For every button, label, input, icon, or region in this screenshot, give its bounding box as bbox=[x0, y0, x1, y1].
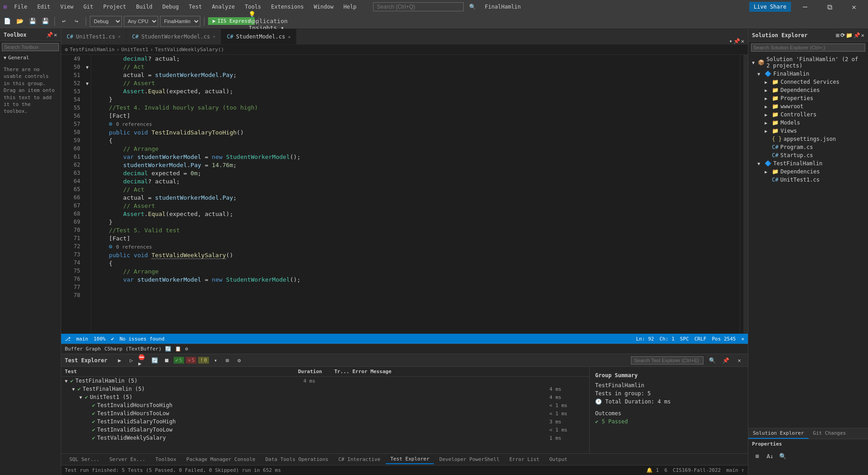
test-row-3[interactable]: ✔ TestInvalidHoursTooHigh < 1 ms bbox=[61, 401, 589, 409]
solution-explorer-icons[interactable]: ⊞ ⟳ 📁 📌 ✕ bbox=[836, 32, 864, 38]
code-editor[interactable]: 4950515253 5455565758 5960616263 6465666… bbox=[61, 55, 748, 334]
menu-file[interactable]: File bbox=[12, 3, 29, 11]
menu-help[interactable]: Help bbox=[342, 3, 359, 11]
test-row-5[interactable]: ✔ TestInvalidSalaryTooHigh 3 ms bbox=[61, 417, 589, 426]
close-button[interactable]: ✕ bbox=[844, 0, 864, 14]
tree-item-wwwroot[interactable]: ▶ 📁 wwwroot bbox=[748, 102, 868, 110]
test-row-2[interactable]: ▼ ✔ UnitTest1 (5) 4 ms bbox=[61, 393, 589, 401]
test-row-0[interactable]: ▼ ✔ TestFinalHamlin (5) 4 ms bbox=[61, 377, 589, 385]
sol-exp-icon4[interactable]: 📌 bbox=[853, 32, 860, 38]
project-dropdown[interactable]: FinalHamlin bbox=[160, 16, 200, 27]
menu-git[interactable]: Git bbox=[82, 3, 95, 11]
tree-item-startup[interactable]: C# Startup.cs bbox=[748, 151, 868, 159]
tree-item-unittest1[interactable]: C# UnitTest1.cs bbox=[748, 176, 868, 184]
menu-test[interactable]: Test bbox=[187, 3, 204, 11]
tree-item-views[interactable]: ▶ 📁 Views bbox=[748, 127, 868, 135]
tab-close-unittest1[interactable]: ✕ bbox=[118, 34, 121, 39]
test-tree[interactable]: Test Duration Tr... Error Message ▼ ✔ Te… bbox=[61, 367, 589, 453]
undo-btn[interactable]: ↩ bbox=[58, 16, 69, 27]
tree-item-testproject[interactable]: ▼ 🔷 TestFinalHamlin bbox=[748, 159, 868, 168]
test-explorer-pin[interactable]: 📌 bbox=[721, 355, 731, 365]
buffer-graph-icon2[interactable]: 📋 bbox=[175, 346, 181, 352]
toolbox-close-icon[interactable]: ✕ bbox=[54, 32, 57, 38]
test-row-7[interactable]: ✔ TestValidWeeklySalary 1 ms bbox=[61, 434, 589, 442]
cpu-dropdown[interactable]: Any CPU bbox=[124, 16, 158, 27]
tree-item-program[interactable]: C# Program.cs bbox=[748, 143, 868, 151]
test-settings-btn[interactable]: ⚙ bbox=[234, 355, 244, 365]
menu-tools[interactable]: Tools bbox=[243, 3, 263, 11]
sol-exp-close[interactable]: ✕ bbox=[861, 32, 864, 38]
test-group-btn[interactable]: ⊞ bbox=[223, 355, 233, 365]
crlf-indicator[interactable]: CRLF bbox=[694, 336, 707, 342]
toolbox-header-icons[interactable]: 📌 ✕ bbox=[46, 32, 57, 38]
sol-exp-icon2[interactable]: ⟳ bbox=[840, 32, 845, 38]
footer-tab-solution-explorer[interactable]: Solution Explorer bbox=[748, 428, 809, 439]
tree-item-connected-services[interactable]: ▶ 📁 Connected Services bbox=[748, 78, 868, 86]
title-bar-search[interactable] bbox=[373, 2, 464, 11]
expand-2[interactable]: ▼ bbox=[79, 395, 85, 400]
refresh-tests-btn[interactable]: 🔄 bbox=[150, 355, 160, 365]
tab-output[interactable]: Output bbox=[545, 455, 572, 464]
zoom-level[interactable]: 100% bbox=[94, 336, 106, 342]
redo-btn[interactable]: ↪ bbox=[71, 16, 82, 27]
menu-view[interactable]: View bbox=[58, 3, 75, 11]
buffer-graph-icon3[interactable]: ⚙ bbox=[185, 346, 188, 352]
window-controls[interactable]: ─ ⧉ ✕ bbox=[795, 0, 864, 14]
live-share-button[interactable]: Live Share bbox=[749, 2, 791, 12]
run-selected-tests-btn[interactable]: ▷ bbox=[126, 355, 136, 365]
tab-unittest1[interactable]: C# UnitTest1.cs ✕ bbox=[61, 29, 126, 44]
tab-close-sm[interactable]: ✕ bbox=[288, 34, 291, 39]
properties-icon2[interactable]: A↓ bbox=[765, 451, 776, 461]
tab-toolbox[interactable]: Toolbox bbox=[151, 455, 181, 464]
toolbox-general-section[interactable]: ▼ General bbox=[0, 53, 61, 62]
solution-tree[interactable]: ▼ 📦 Solution 'FinalHamlin' (2 of 2 proje… bbox=[748, 53, 868, 428]
pos-close-icon[interactable]: ✕ bbox=[741, 336, 744, 342]
run-all-tests-btn[interactable]: ▶ bbox=[115, 355, 125, 365]
expand-1[interactable]: ▼ bbox=[72, 387, 78, 392]
menu-analyze[interactable]: Analyze bbox=[210, 3, 237, 11]
test-row-6[interactable]: ✔ TestInvalidSalaryTooLow < 1 ms bbox=[61, 426, 589, 434]
restore-button[interactable]: ⧉ bbox=[819, 0, 840, 14]
tab-close-swm[interactable]: ✕ bbox=[213, 34, 215, 39]
tree-item-solution[interactable]: ▼ 📦 Solution 'FinalHamlin' (2 of 2 proje… bbox=[748, 55, 868, 70]
save-all-btn[interactable]: 💾 bbox=[40, 16, 51, 27]
tab-server-explorer[interactable]: Server Ex... bbox=[105, 455, 150, 464]
tab-studentmodel[interactable]: C# StudentModel.cs ✕ bbox=[221, 29, 296, 44]
tab-data-tools[interactable]: Data Tools Operations bbox=[261, 455, 333, 464]
sol-exp-icon1[interactable]: ⊞ bbox=[836, 32, 839, 38]
cancel-tests-btn[interactable]: ⏹ bbox=[162, 355, 172, 365]
tree-item-finalhamlin[interactable]: ▼ 🔷 FinalHamlin bbox=[748, 70, 868, 78]
tab-pin-icon[interactable]: 📌 bbox=[733, 38, 740, 44]
tree-item-dependencies[interactable]: ▶ 📁 Dependencies bbox=[748, 86, 868, 94]
open-btn[interactable]: 📂 bbox=[15, 16, 25, 27]
menu-extensions[interactable]: Extensions bbox=[269, 3, 305, 11]
expand-0[interactable]: ▼ bbox=[65, 379, 70, 384]
build-config-dropdown[interactable]: Debug Release bbox=[90, 16, 122, 27]
scrollbar-vertical[interactable] bbox=[743, 55, 748, 334]
tab-dev-powershell[interactable]: Developer PowerShell bbox=[435, 455, 504, 464]
menu-project[interactable]: Project bbox=[102, 3, 128, 11]
menu-build[interactable]: Build bbox=[134, 3, 154, 11]
tab-studentworkermodel[interactable]: C# StudentWorkerModel.cs ✕ bbox=[126, 29, 221, 44]
debug-tests-btn[interactable]: ⛔▶ bbox=[138, 355, 148, 365]
fold-arrow-75[interactable]: ▼ bbox=[84, 79, 91, 87]
run-button[interactable]: ▶ IIS Express bbox=[208, 17, 255, 25]
buffer-graph-icon1[interactable]: 🔄 bbox=[165, 346, 171, 352]
test-search-input[interactable] bbox=[631, 356, 703, 365]
fold-arrow-58[interactable]: ▼ bbox=[84, 63, 91, 71]
code-content[interactable]: decimal? actual; // Act actual = student… bbox=[91, 55, 740, 334]
properties-icon3[interactable]: 🔍 bbox=[777, 451, 788, 461]
application-insights-btn[interactable]: 💡 Application Insights ▾ bbox=[262, 16, 273, 27]
tab-csharp-interactive[interactable]: C# Interactive bbox=[334, 455, 385, 464]
tab-sql-server[interactable]: SQL Ser... bbox=[65, 455, 104, 464]
tab-list-icon[interactable]: ▾ bbox=[729, 38, 732, 44]
tree-item-controllers[interactable]: ▶ 📁 Controllers bbox=[748, 110, 868, 119]
test-search-btn[interactable]: 🔍 bbox=[707, 355, 717, 365]
sol-exp-icon3[interactable]: 📁 bbox=[846, 32, 853, 38]
tree-item-properties[interactable]: ▶ 📁 Properties bbox=[748, 94, 868, 102]
tab-close-all-icon[interactable]: ✕ bbox=[741, 38, 744, 44]
tree-item-appsettings[interactable]: { } appsettings.json bbox=[748, 135, 868, 143]
test-explorer-close[interactable]: ✕ bbox=[734, 355, 744, 365]
toolbox-pin-icon[interactable]: 📌 bbox=[46, 32, 53, 38]
toolbox-search-input[interactable] bbox=[2, 43, 59, 51]
